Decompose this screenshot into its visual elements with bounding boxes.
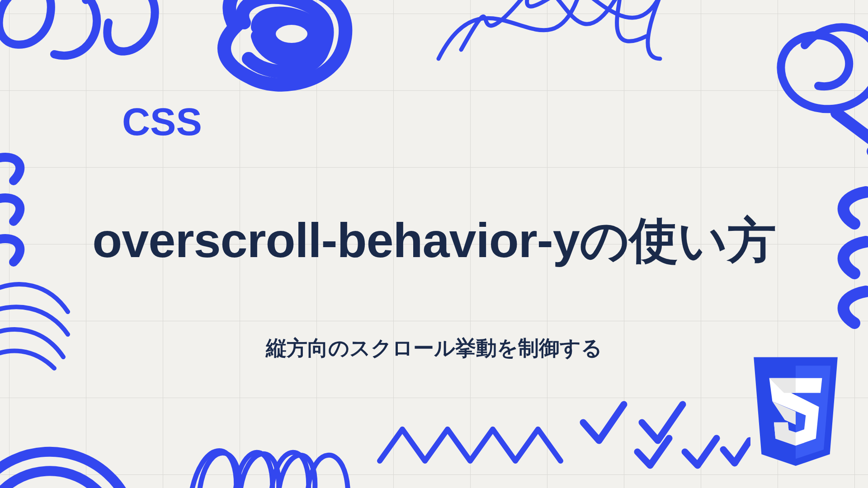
page-title: overscroll-behavior-yの使い方 [92,208,775,274]
page-subtitle: 縦方向のスクロール挙動を制御する [266,334,602,362]
category-label: CSS [122,99,202,144]
